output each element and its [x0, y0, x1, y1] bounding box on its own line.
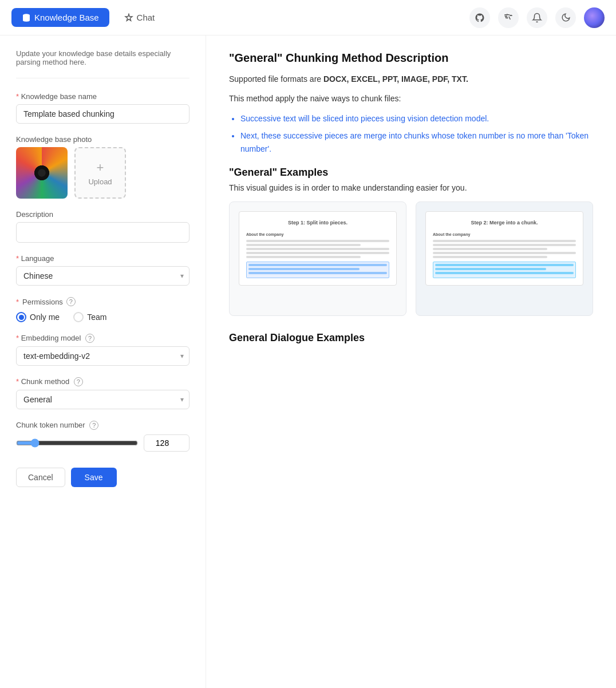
required-star-lang: *: [16, 254, 21, 263]
chat-sparkle-icon: [124, 13, 133, 22]
chunk-method-field: * Chunk method ? General Template Manual…: [16, 377, 189, 409]
kb-name-input[interactable]: [16, 104, 189, 124]
moon-icon: [561, 13, 571, 22]
header-actions: [469, 7, 605, 28]
divider: [16, 78, 189, 78]
embedding-select-wrapper: text-embedding-v2 text-embedding-v1 text…: [16, 346, 189, 366]
step2-title: Step 2: Merge into a chunk.: [433, 219, 576, 227]
line-sh2: [435, 268, 546, 270]
photo-preview-image: [16, 147, 68, 199]
line-s5: [433, 256, 547, 258]
team-radio[interactable]: Team: [73, 312, 106, 322]
line-sh3: [435, 272, 574, 274]
kb-photo-label: Knowledge base photo: [16, 135, 189, 144]
required-star-emb: *: [16, 334, 21, 342]
step2-highlight: [433, 262, 576, 278]
only-me-radio[interactable]: Only me: [16, 312, 60, 322]
save-button[interactable]: Save: [71, 468, 117, 487]
step2-card-inner: Step 2: Merge into a chunk. About the co…: [425, 211, 583, 286]
only-me-radio-circle: [16, 312, 26, 322]
subtitle: Update your knowledge base details espec…: [16, 49, 189, 66]
dark-mode-button[interactable]: [555, 7, 576, 28]
permissions-help-icon[interactable]: ?: [66, 297, 76, 306]
description-label: Description: [16, 210, 189, 219]
translate-button[interactable]: [498, 7, 519, 28]
team-radio-circle: [73, 312, 84, 322]
line-1: [246, 240, 389, 242]
line-5: [246, 256, 361, 258]
embedding-select[interactable]: text-embedding-v2 text-embedding-v1 text…: [16, 346, 189, 366]
kb-name-label: * Knowledge base name: [16, 92, 189, 101]
photo-preview: [16, 147, 68, 199]
kb-photo-field: Knowledge base photo + Upload: [16, 135, 189, 199]
chunk-method-label: * Chunk method ?: [16, 377, 189, 386]
required-star: *: [16, 92, 19, 101]
avatar[interactable]: [584, 7, 605, 28]
action-buttons: Cancel Save: [16, 468, 189, 487]
chat-nav[interactable]: Chat: [114, 8, 165, 27]
examples-subtitle: This visual guides is in order to make u…: [229, 183, 593, 192]
embedding-field: * Embedding model ? text-embedding-v2 te…: [16, 334, 189, 366]
line-s1: [433, 240, 576, 242]
bell-button[interactable]: [527, 7, 547, 28]
line-4: [246, 252, 389, 254]
upload-button[interactable]: + Upload: [74, 147, 126, 199]
method-desc: This method apply the naive ways to chun…: [229, 92, 593, 105]
language-field: * Language Chinese English Japanese Kore…: [16, 254, 189, 286]
kb-name-field: * Knowledge base name: [16, 92, 189, 124]
line-h2: [248, 268, 360, 270]
bullet-2: Next, these successive pieces are merge …: [240, 129, 593, 155]
required-star-perm: *: [16, 298, 19, 306]
step1-company-label: About the company: [246, 231, 389, 238]
step1-card: Step 1: Split into pieces. About the com…: [229, 201, 406, 316]
token-row: [16, 434, 189, 452]
description-input[interactable]: [16, 222, 189, 243]
supported-formats: Supported file formats are DOCX, EXCEL, …: [229, 73, 593, 85]
step2-card: Step 2: Merge into a chunk. About the co…: [416, 201, 593, 316]
line-h1: [248, 264, 387, 266]
chunk-token-label: Chunk token number ?: [16, 421, 189, 430]
line-s3: [433, 248, 547, 250]
dialogue-title: General Dialogue Examples: [229, 332, 593, 344]
language-select[interactable]: Chinese English Japanese Korean French G…: [16, 266, 189, 286]
examples-images: Step 1: Split into pieces. About the com…: [229, 201, 593, 316]
cancel-button[interactable]: Cancel: [16, 468, 65, 487]
language-label: * Language: [16, 254, 189, 263]
left-panel: Update your knowledge base details espec…: [0, 35, 206, 688]
embedding-help-icon[interactable]: ?: [85, 334, 94, 343]
only-me-radio-dot: [19, 315, 24, 320]
step1-title: Step 1: Split into pieces.: [246, 219, 389, 227]
bell-icon: [532, 13, 542, 23]
examples-title: "General" Examples: [229, 167, 593, 179]
chunk-method-select[interactable]: General Template Manual: [16, 390, 189, 409]
database-icon: [22, 13, 31, 22]
step1-company-block: About the company: [246, 231, 389, 258]
chunk-token-help-icon[interactable]: ?: [89, 421, 98, 430]
language-select-wrapper: Chinese English Japanese Korean French G…: [16, 266, 189, 286]
header: Knowledge Base Chat: [0, 0, 616, 35]
token-range-slider[interactable]: [16, 438, 138, 448]
permissions-field: * Permissions ? Only me Team: [16, 297, 189, 322]
radio-group: Only me Team: [16, 312, 189, 322]
photo-area: + Upload: [16, 147, 189, 199]
step2-company-block: About the company: [433, 231, 576, 258]
github-button[interactable]: [469, 7, 490, 28]
chunking-title: "General" Chunking Method Description: [229, 52, 593, 65]
bullet-1: Successive text will be sliced into piec…: [240, 112, 593, 125]
step2-company-label: About the company: [433, 231, 576, 238]
line-sh1: [435, 264, 574, 266]
right-panel: "General" Chunking Method Description Su…: [206, 35, 616, 688]
line-s2: [433, 244, 576, 246]
token-number-input[interactable]: [144, 434, 189, 452]
required-star-chunk: *: [16, 377, 21, 386]
line-s4: [433, 252, 576, 254]
chunk-method-select-wrapper: General Template Manual ▾: [16, 390, 189, 409]
method-bullets: Successive text will be sliced into piec…: [240, 112, 593, 155]
github-icon: [475, 13, 485, 23]
step1-card-inner: Step 1: Split into pieces. About the com…: [239, 211, 397, 286]
knowledge-base-nav[interactable]: Knowledge Base: [11, 8, 109, 27]
nav-left: Knowledge Base Chat: [11, 8, 165, 27]
translate-icon: [503, 13, 514, 23]
main-container: Update your knowledge base details espec…: [0, 35, 616, 688]
chunk-method-help-icon[interactable]: ?: [74, 377, 83, 386]
